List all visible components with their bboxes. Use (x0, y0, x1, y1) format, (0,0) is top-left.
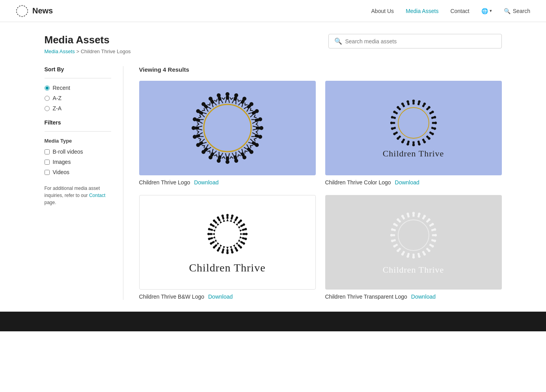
svg-line-62 (252, 133, 255, 134)
search-bar[interactable]: 🔍 (328, 34, 502, 48)
svg-line-129 (199, 126, 202, 127)
svg-point-282 (215, 222, 239, 246)
svg-line-141 (203, 112, 207, 115)
breadcrumb-parent[interactable]: Media Assets (45, 48, 75, 54)
asset-card-4: Children Thrive Children Thrive Transpar… (325, 195, 502, 300)
globe-icon: 🌐 (481, 8, 488, 14)
svg-rect-297 (432, 234, 434, 236)
svg-marker-230 (240, 233, 242, 235)
svg-line-51 (252, 122, 255, 123)
svg-line-86 (235, 152, 237, 155)
svg-point-15 (204, 104, 251, 152)
filter-images[interactable]: Images (45, 159, 111, 165)
svg-point-173 (434, 122, 437, 124)
svg-line-44 (248, 112, 251, 115)
sort-az[interactable]: A-Z (45, 95, 111, 101)
asset-info-2: Children Thrive Color Logo Download (325, 179, 502, 186)
asset-thumbnail-2: Children Thrive (325, 81, 502, 175)
svg-point-17 (225, 92, 229, 96)
svg-rect-229 (242, 233, 245, 235)
sort-za[interactable]: Z-A (45, 105, 111, 111)
svg-point-320 (390, 234, 393, 237)
asset-3-text: Children Thrive (189, 262, 265, 274)
svg-line-69 (248, 142, 251, 144)
nav-about-us[interactable]: About Us (371, 8, 394, 14)
svg-marker-281 (222, 219, 225, 222)
filter-broll[interactable]: B-roll videos (45, 149, 111, 155)
asset-name-1: Children Thrive Logo (139, 179, 190, 186)
svg-rect-88 (226, 156, 229, 160)
page-title: Media Assets (45, 34, 131, 46)
asset-download-2[interactable]: Download (395, 179, 419, 186)
filters-section: Filters Media Type B-roll videos Images … (45, 119, 111, 175)
asset-logo-2 (388, 97, 439, 149)
sort-recent-label: Recent (53, 85, 70, 91)
sort-az-radio[interactable] (45, 96, 50, 101)
filter-images-checkbox[interactable] (45, 160, 50, 165)
svg-line-140 (202, 115, 205, 117)
search-bar-icon: 🔍 (334, 37, 342, 45)
nav-search-button[interactable]: 🔍 Search (504, 8, 530, 14)
nav-globe[interactable]: 🌐 ▾ (481, 8, 492, 14)
contact-link[interactable]: Contact (89, 193, 105, 198)
asset-download-4[interactable]: Download (411, 294, 436, 300)
svg-point-283 (398, 220, 429, 251)
nav-media-assets[interactable]: Media Assets (406, 8, 438, 14)
asset-info-3: Children Thrive B&W Logo Download (139, 294, 316, 300)
svg-line-63 (251, 136, 254, 137)
sort-recent[interactable]: Recent (45, 85, 111, 91)
svg-point-296 (434, 234, 437, 237)
svg-line-92 (229, 153, 229, 156)
svg-rect-311 (407, 253, 410, 256)
globe-chevron: ▾ (490, 8, 492, 13)
svg-point-308 (412, 256, 415, 259)
asset-logo-1 (188, 89, 267, 167)
contact-note: For additional media asset inquiries, re… (45, 185, 111, 206)
sort-za-radio[interactable] (45, 106, 50, 111)
breadcrumb-current: Children Thrive Logos (81, 48, 131, 54)
svg-rect-285 (412, 214, 414, 217)
svg-line-147 (208, 107, 211, 110)
svg-rect-188 (407, 141, 410, 144)
svg-line-111 (206, 145, 209, 147)
svg-point-8 (22, 16, 22, 17)
svg-rect-319 (393, 239, 396, 242)
svg-marker-263 (212, 236, 215, 239)
brand-logo[interactable]: News (16, 5, 53, 17)
svg-point-2 (24, 6, 25, 6)
svg-line-122 (200, 136, 203, 137)
svg-rect-309 (412, 254, 414, 256)
svg-line-20 (225, 100, 226, 103)
search-input[interactable] (345, 38, 496, 45)
svg-point-160 (398, 108, 429, 138)
asset-download-1[interactable]: Download (194, 179, 218, 186)
svg-rect-211 (226, 216, 228, 219)
asset-thumbnail-1 (139, 81, 316, 175)
svg-line-117 (202, 139, 205, 141)
filter-videos[interactable]: Videos (45, 169, 111, 175)
svg-point-9 (19, 15, 20, 16)
svg-line-158 (218, 101, 220, 104)
sort-recent-radio[interactable] (45, 85, 50, 91)
brand-icon (16, 5, 28, 17)
breadcrumb: Media Assets > Children Thrive Logos (45, 48, 131, 54)
svg-marker-251 (222, 246, 225, 249)
filter-broll-checkbox[interactable] (45, 149, 50, 154)
assets-grid: Children Thrive Logo Download (139, 81, 502, 300)
filters-divider (45, 131, 111, 132)
filters-label: Filters (45, 119, 111, 126)
asset-logo-3-container: Children Thrive (140, 195, 315, 289)
svg-marker-212 (226, 219, 229, 221)
svg-rect-214 (230, 216, 233, 219)
svg-point-264 (207, 233, 210, 235)
svg-rect-321 (392, 234, 395, 236)
svg-point-3 (26, 7, 27, 8)
svg-point-6 (26, 14, 27, 15)
nav-contact[interactable]: Contact (450, 8, 469, 14)
svg-rect-52 (256, 126, 260, 130)
asset-download-3[interactable]: Download (208, 294, 233, 300)
filter-videos-checkbox[interactable] (45, 170, 50, 175)
svg-rect-247 (226, 249, 228, 252)
svg-point-4 (27, 9, 28, 10)
svg-line-98 (221, 153, 223, 156)
